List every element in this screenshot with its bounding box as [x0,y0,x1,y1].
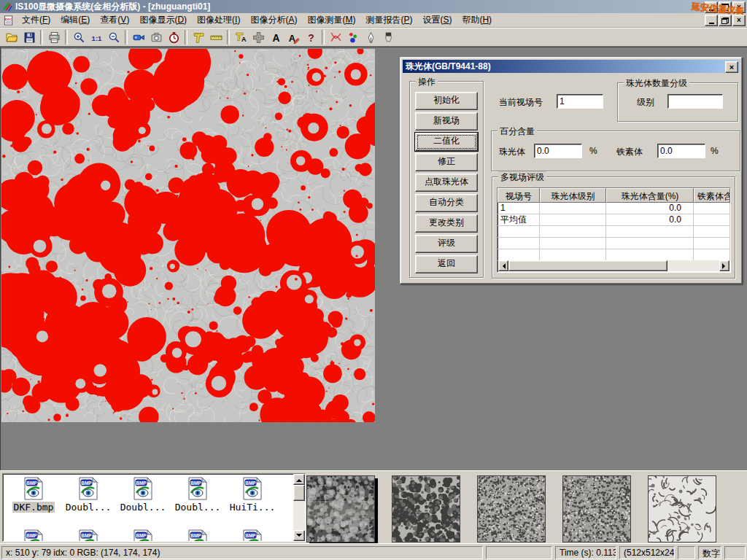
cell-grade [540,214,606,226]
scroll-down-icon [296,534,302,540]
file-listbox[interactable]: DKF.bmp Doubl... Doubl... Doubl... HuiTi… [2,473,306,542]
thumbnail-1[interactable] [306,475,375,542]
caliper-button[interactable] [190,29,207,45]
initialize-button[interactable]: 初始化 [415,92,478,110]
timer-button[interactable] [165,29,182,45]
help-icon: ? [305,31,317,44]
file-name: Doubl... [174,502,222,513]
document-icon[interactable]: DOC [3,15,14,26]
pick-pearlite-button[interactable]: 点取珠光体 [415,174,478,192]
window-title: IS100显微摄像系统(金相分析版) - [zhuguangti01] [15,1,210,13]
column-header-field[interactable]: 视场号 [498,188,540,203]
align-cross-icon [252,31,265,44]
file-item[interactable]: HuiTi... [226,477,279,513]
auto-classify-button[interactable]: 自动分类 [415,194,478,212]
text-annotate-button[interactable]: A [267,29,285,45]
menu-item-file[interactable]: 文件(F) [17,12,55,28]
menu-item-edit[interactable]: 编辑(E) [55,12,95,28]
menu-item-view[interactable]: 查看(V) [95,12,134,28]
thumbnail-4[interactable] [562,475,631,542]
menu-item-settings[interactable]: 设置(S) [417,12,457,28]
file-item[interactable]: Doubl... [117,477,169,513]
table-horizontal-scrollbar[interactable] [498,260,729,271]
phase-classify-button[interactable] [344,29,362,45]
bmp-file-icon [131,529,155,542]
return-button[interactable]: 返回 [415,255,478,273]
save-button[interactable] [20,29,38,45]
scroll-thumb[interactable] [508,260,667,271]
thumbnail-2[interactable] [392,475,460,542]
empty-panel [486,546,552,559]
menu-item-measure-report[interactable]: 测量报告(P) [360,12,417,28]
title-bar[interactable]: IS100显微摄像系统(金相分析版) - [zhuguangti01] × [0,0,747,13]
scroll-left-button[interactable] [498,260,508,271]
new-field-button[interactable]: 新视场 [415,112,478,131]
file-item[interactable] [117,529,169,542]
scroll-right-button[interactable] [719,260,729,271]
capture-frame-button[interactable] [147,29,165,45]
scroll-right-icon [722,263,728,269]
ruler-button[interactable] [207,29,225,45]
video-camera-button[interactable] [130,29,147,45]
mode-panel: 数字 [698,546,721,559]
table-row[interactable]: 1 0.0 [498,203,730,214]
application-window: IS100显微摄像系统(金相分析版) - [zhuguangti01] × 延安… [0,0,747,560]
thumbnail-3[interactable] [477,475,546,542]
child-close-button[interactable]: × [732,15,746,26]
zoom-in-button[interactable] [70,29,88,45]
actual-size-button[interactable]: 1:1 [88,29,105,45]
zoom-out-button[interactable] [105,29,123,45]
file-item[interactable]: Doubl... [171,477,224,513]
point-pick-button[interactable] [362,29,379,45]
child-restore-button[interactable] [719,15,732,26]
open-file-button[interactable] [3,29,20,45]
file-name: Doubl... [64,502,113,513]
menu-item-image-analysis[interactable]: 图像分析(A) [245,12,302,28]
menu-item-help[interactable]: 帮助(H) [457,12,497,28]
file-list-scrollbar[interactable] [293,474,305,541]
column-header-pearlite[interactable]: 珠光体含量(%) [606,188,694,203]
measure-scale-button[interactable]: A [232,29,249,45]
thumbnail-5[interactable] [648,475,716,542]
scroll-up-button[interactable] [293,474,305,485]
maximize-button[interactable] [719,1,732,13]
menu-item-image-measure[interactable]: 图像测量(M) [302,12,360,28]
pearlite-percent-input[interactable] [534,144,582,158]
binarize-button[interactable]: 二值化 [415,133,478,151]
help-button[interactable]: ? [302,29,320,45]
file-item[interactable] [226,529,279,542]
dialog-close-button[interactable]: × [725,61,738,73]
file-item[interactable]: Doubl... [62,477,115,513]
align-cross-button[interactable] [249,29,267,45]
text-edit-button[interactable]: A [285,29,302,45]
scroll-down-button[interactable] [293,530,305,541]
change-class-button[interactable]: 更改类别 [415,214,478,233]
empty-panel [724,546,746,559]
file-item[interactable] [171,529,224,542]
column-header-grade[interactable]: 珠光体级别 [540,188,606,203]
dialog-title-bar[interactable]: 珠光体(GB/T9441-88) × [403,60,740,73]
file-item[interactable] [62,529,115,542]
file-item[interactable]: DKF.bmp [7,477,60,513]
scroll-thumb[interactable] [293,485,305,501]
level-input[interactable] [667,94,723,109]
paint-brush-button[interactable] [379,29,397,45]
file-name: Doubl... [119,502,168,513]
print-button[interactable] [45,29,63,45]
ferrite-label: 铁素体 [616,146,643,158]
rating-table[interactable]: 视场号 珠光体级别 珠光体含量(%) 铁素体含量(%) 1 0.0 平均值 [497,187,731,273]
close-button[interactable]: × [732,1,746,13]
table-row[interactable]: 平均值 0.0 [498,214,730,226]
child-minimize-button[interactable] [705,15,718,26]
column-header-ferrite[interactable]: 铁素体含量(%) [694,188,730,203]
rate-button[interactable]: 评级 [415,235,478,253]
ferrite-percent-input[interactable] [657,144,705,158]
menu-item-image-process[interactable]: 图像处理(I) [192,12,245,28]
micrograph-image[interactable] [1,49,375,422]
curve-tool-button[interactable] [327,29,344,45]
menu-item-image-display[interactable]: 图像显示(D) [134,12,192,28]
correct-button[interactable]: 修正 [415,153,478,171]
minimize-button[interactable] [705,1,718,13]
current-field-input[interactable] [557,94,603,109]
file-item[interactable] [7,529,60,542]
